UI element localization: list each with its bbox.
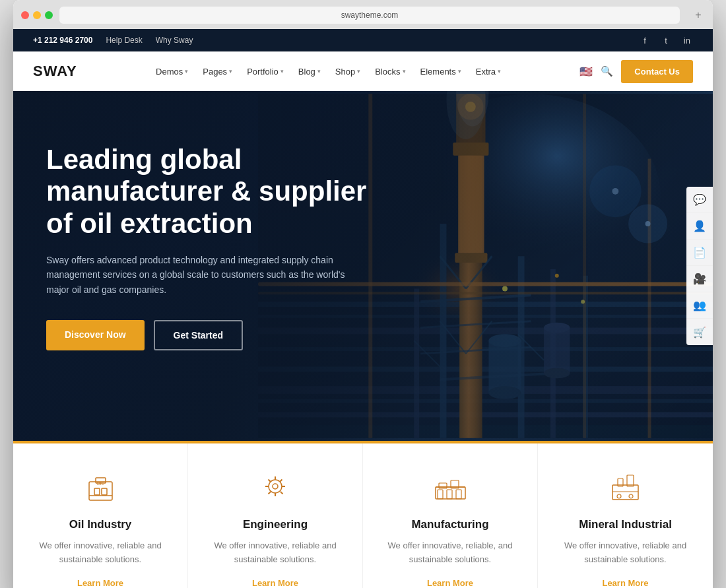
card-engineering: Engineering We offer innovative, reliabl… <box>188 443 363 588</box>
hero-buttons: Discover Now Get Started <box>46 320 389 350</box>
chevron-down-icon: ▾ <box>229 68 232 75</box>
svg-rect-72 <box>447 490 452 499</box>
svg-line-68 <box>280 479 282 482</box>
svg-line-66 <box>268 479 271 482</box>
traffic-lights <box>21 11 53 19</box>
help-desk-link[interactable]: Help Desk <box>106 36 142 45</box>
chevron-down-icon: ▾ <box>317 68 321 75</box>
svg-rect-71 <box>438 490 443 499</box>
nav-item-blocks[interactable]: Blocks ▾ <box>368 61 412 82</box>
nav-item-demos[interactable]: Demos ▾ <box>149 61 195 82</box>
card-desc-engineering: We offer innovative, reliable and sustai… <box>205 539 346 567</box>
card-desc-oil: We offer innovative, reliable and sustai… <box>30 539 171 567</box>
chevron-down-icon: ▾ <box>357 68 360 75</box>
website-content: +1 212 946 2700 Help Desk Why Sway f t i… <box>13 29 713 588</box>
svg-rect-70 <box>436 487 465 499</box>
engineering-icon <box>255 467 295 506</box>
svg-point-81 <box>617 494 621 498</box>
card-mineral: Mineral Industrial We offer innovative, … <box>538 443 713 588</box>
twitter-icon[interactable]: t <box>660 34 672 46</box>
site-logo[interactable]: SWAY <box>33 63 77 80</box>
nav-item-elements[interactable]: Elements ▾ <box>414 61 468 82</box>
card-link-oil[interactable]: Learn More <box>77 578 123 588</box>
nav-item-portfolio[interactable]: Portfolio ▾ <box>240 61 290 82</box>
hero-description: Sway offers advanced product technology … <box>46 253 363 297</box>
nav-item-shop[interactable]: Shop ▾ <box>329 61 367 82</box>
svg-text:OIL: OIL <box>96 481 104 486</box>
oil-industry-icon: OIL <box>81 467 120 506</box>
nav-item-blog[interactable]: Blog ▾ <box>292 61 327 82</box>
top-bar-left: +1 212 946 2700 Help Desk Why Sway <box>33 36 193 45</box>
hero-content: Leading global manufacturer & supplier o… <box>13 91 409 377</box>
chevron-down-icon: ▾ <box>458 68 461 75</box>
language-flag[interactable]: 🇺🇸 <box>579 65 593 78</box>
card-link-mineral[interactable]: Learn More <box>602 578 648 588</box>
svg-rect-77 <box>612 485 638 500</box>
chevron-down-icon: ▾ <box>498 68 501 75</box>
mineral-icon <box>606 467 645 506</box>
nav-right: 🇺🇸 🔍 Contact Us <box>579 60 693 83</box>
chevron-down-icon: ▾ <box>280 68 284 75</box>
svg-rect-74 <box>439 483 447 488</box>
browser-window: swaytheme.com + +1 212 946 2700 Help Des… <box>13 0 713 588</box>
card-link-manufacturing[interactable]: Learn More <box>427 578 473 588</box>
maximize-button[interactable] <box>45 11 53 19</box>
hero-section: Leading global manufacturer & supplier o… <box>13 91 713 441</box>
main-nav: SWAY Demos ▾ Pages ▾ Portfolio ▾ Blog ▾ <box>13 51 713 91</box>
phone-number: +1 212 946 2700 <box>33 36 92 45</box>
notes-widget[interactable]: 📄 <box>686 240 713 266</box>
card-title-engineering: Engineering <box>205 518 346 531</box>
get-started-button[interactable]: Get Started <box>154 320 243 350</box>
facebook-icon[interactable]: f <box>639 34 651 46</box>
manufacturing-icon <box>430 467 470 506</box>
cart-widget[interactable]: 🛒 <box>686 319 713 345</box>
nav-item-extra[interactable]: Extra ▾ <box>469 61 508 82</box>
chevron-down-icon: ▾ <box>403 68 406 75</box>
cards-section: OIL Oil Industry We offer innovative, re… <box>13 441 713 588</box>
chat-widget[interactable]: 💬 <box>686 187 713 213</box>
chevron-down-icon: ▾ <box>185 68 188 75</box>
discover-now-button[interactable]: Discover Now <box>46 320 145 350</box>
svg-rect-56 <box>94 488 100 495</box>
card-title-manufacturing: Manufacturing <box>380 518 521 531</box>
team-widget[interactable]: 👥 <box>686 292 713 319</box>
svg-rect-73 <box>456 490 461 499</box>
side-widgets-panel: 💬 👤 📄 🎥 👥 🛒 <box>686 187 713 345</box>
card-oil-industry: OIL Oil Industry We offer innovative, re… <box>13 443 188 588</box>
card-desc-mineral: We offer innovative, reliable and sustai… <box>554 539 696 567</box>
new-tab-button[interactable]: + <box>692 9 705 22</box>
card-title-mineral: Mineral Industrial <box>554 518 696 531</box>
linkedin-icon[interactable]: in <box>681 34 693 46</box>
contact-us-button[interactable]: Contact Us <box>621 60 693 83</box>
svg-line-69 <box>268 492 271 494</box>
url-text: swaytheme.com <box>341 11 399 20</box>
search-icon[interactable]: 🔍 <box>601 65 613 77</box>
svg-line-67 <box>280 492 283 494</box>
card-title-oil: Oil Industry <box>30 518 171 531</box>
card-link-engineering[interactable]: Learn More <box>252 578 298 588</box>
svg-rect-57 <box>102 488 107 495</box>
browser-chrome: swaytheme.com + <box>13 0 713 29</box>
card-manufacturing: Manufacturing We offer innovative, relia… <box>363 443 538 588</box>
svg-point-61 <box>273 484 278 489</box>
url-bar[interactable]: swaytheme.com <box>59 7 680 24</box>
why-sway-link[interactable]: Why Sway <box>156 36 193 45</box>
nav-links: Demos ▾ Pages ▾ Portfolio ▾ Blog ▾ Shop <box>149 61 508 82</box>
top-bar: +1 212 946 2700 Help Desk Why Sway f t i… <box>13 29 713 51</box>
minimize-button[interactable] <box>33 11 41 19</box>
svg-point-82 <box>629 494 633 498</box>
hero-title: Leading global manufacturer & supplier o… <box>46 144 389 240</box>
nav-item-pages[interactable]: Pages ▾ <box>196 61 239 82</box>
account-widget[interactable]: 👤 <box>686 213 713 240</box>
top-bar-right: f t in <box>639 34 693 46</box>
card-desc-manufacturing: We offer innovative, reliable, and susta… <box>380 539 521 567</box>
video-widget[interactable]: 🎥 <box>686 266 713 292</box>
close-button[interactable] <box>21 11 29 19</box>
